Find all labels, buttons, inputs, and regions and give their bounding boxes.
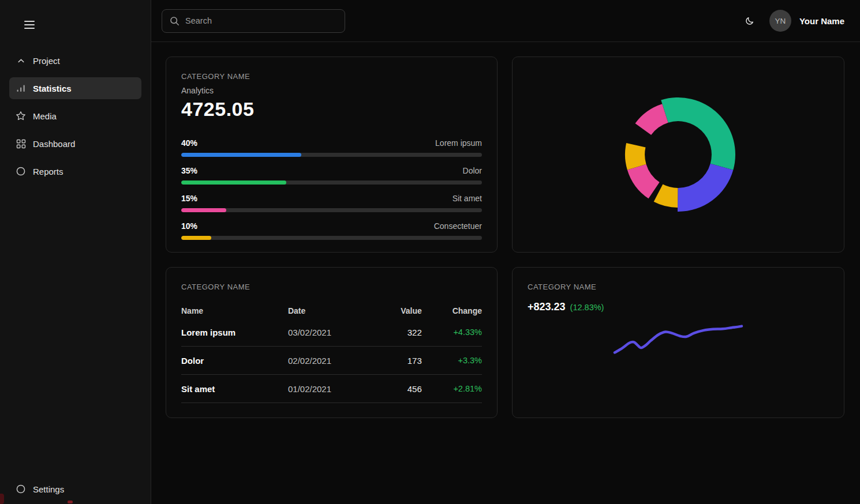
sidebar-nav: ProjectStatisticsMediaDashboardReports — [0, 50, 151, 188]
cell-value: 456 — [365, 384, 422, 394]
progress-fill — [181, 180, 286, 185]
donut-segment — [627, 164, 660, 199]
cell-change: +4.33% — [422, 328, 482, 337]
progress-percent-label: 15% — [181, 194, 197, 203]
chevron-up-icon — [15, 57, 27, 65]
progress-bar-labels: 10%Consectetuer — [181, 220, 482, 232]
progress-category-label: Sit amet — [453, 194, 482, 203]
progress-bar-labels: 15%Sit amet — [181, 193, 482, 204]
sidebar-footer: Settings — [0, 478, 151, 504]
progress-track — [181, 208, 482, 212]
donut-segment — [635, 104, 668, 135]
sidebar-item-reports[interactable]: Reports — [9, 160, 141, 182]
search-icon — [170, 16, 180, 26]
screen-artifact — [68, 501, 73, 503]
progress-bar-list: 40%Lorem ipsum35%Dolor15%Sit amet10%Cons… — [181, 137, 482, 240]
avatar[interactable]: YN — [769, 10, 791, 32]
donut-segment — [661, 97, 735, 170]
sidebar: ProjectStatisticsMediaDashboardReports S… — [0, 0, 151, 504]
sidebar-item-label: Dashboard — [33, 139, 75, 149]
app-window: ProjectStatisticsMediaDashboardReports S… — [0, 0, 860, 504]
trend-card-title: CATEGORY NAME — [528, 283, 829, 291]
trend-change-percent: (12.83%) — [570, 303, 604, 312]
sidebar-item-label: Reports — [33, 167, 63, 176]
table-header-value: Value — [365, 306, 422, 315]
dark-mode-toggle[interactable] — [742, 14, 757, 28]
donut-segment — [654, 184, 678, 208]
table-card-title: CATEGORY NAME — [181, 283, 482, 291]
analytics-total-value: 4725.05 — [181, 98, 482, 121]
sidebar-item-media[interactable]: Media — [9, 105, 141, 127]
cell-name: Dolor — [181, 356, 288, 366]
sidebar-item-label: Project — [33, 56, 60, 66]
circle-icon — [15, 166, 27, 176]
table-row[interactable]: Lorem ipsum03/02/2021322+4.33% — [181, 318, 482, 347]
progress-percent-label: 10% — [181, 221, 197, 231]
sidebar-item-label: Statistics — [33, 84, 72, 93]
progress-bar-labels: 35%Dolor — [181, 165, 482, 176]
progress-fill — [181, 153, 301, 157]
cell-value: 322 — [365, 328, 422, 337]
sidebar-item-label: Settings — [33, 484, 64, 494]
table-header-row: NameDateValueChange — [181, 303, 482, 318]
trend-line — [615, 326, 742, 353]
sidebar-item-statistics[interactable]: Statistics — [9, 77, 141, 99]
main-column: YN Your Name CATEGORY NAME Analytics 472… — [151, 0, 860, 504]
progress-category-label: Consectetuer — [434, 221, 482, 231]
table-header-change: Change — [422, 306, 482, 315]
sidebar-item-dashboard[interactable]: Dashboard — [9, 133, 141, 155]
progress-category-label: Lorem ipsum — [435, 138, 482, 148]
search-input[interactable] — [185, 16, 337, 25]
cell-name: Sit amet — [181, 384, 288, 394]
analytics-subtitle: Analytics — [181, 86, 482, 95]
circle-icon — [15, 484, 27, 494]
donut-chart-card — [512, 57, 844, 253]
user-name: Your Name — [799, 16, 844, 26]
progress-bar-group: 15%Sit amet — [181, 193, 482, 212]
progress-bar-group: 40%Lorem ipsum — [181, 137, 482, 157]
topbar-right: YN Your Name — [742, 10, 844, 32]
table-header-name: Name — [181, 306, 288, 315]
cell-date: 01/02/2021 — [288, 384, 365, 394]
cell-change: +3.3% — [422, 356, 482, 365]
progress-fill — [181, 236, 211, 240]
hamburger-menu-icon[interactable] — [24, 21, 35, 29]
progress-track — [181, 153, 482, 157]
table-header-date: Date — [288, 306, 365, 315]
grid-icon — [15, 139, 27, 149]
progress-bar-group: 35%Dolor — [181, 165, 482, 185]
table-card: CATEGORY NAME NameDateValueChangeLorem i… — [166, 267, 498, 418]
sidebar-item-project[interactable]: Project — [9, 50, 141, 72]
trend-value: +823.23 — [528, 301, 566, 313]
donut-segment — [678, 164, 733, 212]
donut-chart — [617, 93, 739, 216]
star-icon — [15, 111, 27, 121]
cell-date: 03/02/2021 — [288, 328, 365, 337]
analytics-card: CATEGORY NAME Analytics 4725.05 40%Lorem… — [166, 57, 498, 253]
trend-card: CATEGORY NAME +823.23 (12.83%) — [512, 267, 844, 418]
progress-category-label: Dolor — [463, 166, 482, 175]
progress-bar-group: 10%Consectetuer — [181, 220, 482, 240]
progress-percent-label: 35% — [181, 166, 197, 175]
progress-track — [181, 180, 482, 185]
cell-value: 173 — [365, 356, 422, 366]
cell-date: 02/02/2021 — [288, 356, 365, 366]
cell-name: Lorem ipsum — [181, 328, 288, 337]
moon-icon — [745, 16, 754, 26]
analytics-card-title: CATEGORY NAME — [181, 72, 482, 81]
bar-chart-icon — [15, 84, 27, 93]
table-row[interactable]: Sit amet01/02/2021456+2.81% — [181, 375, 482, 403]
trend-line-chart — [611, 321, 745, 357]
topbar: YN Your Name — [151, 0, 860, 42]
progress-track — [181, 236, 482, 240]
cell-change: +2.81% — [422, 384, 482, 393]
data-table: NameDateValueChangeLorem ipsum03/02/2021… — [181, 303, 482, 403]
progress-fill — [181, 208, 226, 212]
sidebar-item-settings[interactable]: Settings — [9, 478, 141, 500]
content-area: CATEGORY NAME Analytics 4725.05 40%Lorem… — [151, 42, 860, 418]
progress-percent-label: 40% — [181, 138, 197, 148]
sidebar-item-label: Media — [33, 111, 57, 121]
search-box[interactable] — [162, 9, 345, 33]
screen-artifact — [0, 494, 4, 504]
table-row[interactable]: Dolor02/02/2021173+3.3% — [181, 347, 482, 375]
